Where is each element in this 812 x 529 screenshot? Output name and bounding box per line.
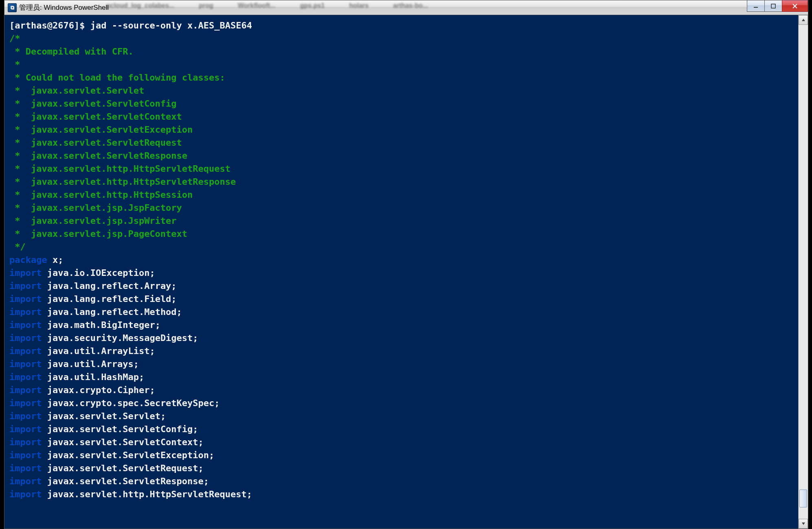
scroll-down-button[interactable]	[799, 519, 808, 529]
close-button[interactable]	[782, 0, 808, 12]
maximize-icon	[771, 4, 776, 9]
minimize-button[interactable]	[747, 0, 765, 12]
scroll-up-button[interactable]	[799, 15, 808, 25]
powershell-window: ⧉ 管理员: Windows PowerShell pcloud_log_col…	[4, 0, 808, 529]
background-taskbar-blur: pcloud_log_colabes... prog Workflooft...…	[106, 2, 428, 9]
scrollbar-thumb[interactable]	[799, 490, 807, 507]
terminal-area[interactable]: [arthas@2676]$ jad --source-only x.AES_B…	[4, 15, 808, 529]
vertical-scrollbar[interactable]	[798, 15, 808, 529]
chevron-up-icon	[801, 18, 805, 22]
powershell-icon: ⧉	[8, 3, 17, 12]
maximize-button[interactable]	[764, 0, 782, 12]
powershell-icon-glyph: ⧉	[11, 4, 14, 11]
chevron-down-icon	[801, 522, 805, 525]
window-controls	[747, 0, 808, 12]
minimize-icon	[753, 4, 758, 9]
close-icon	[792, 3, 798, 9]
svg-rect-1	[771, 4, 775, 8]
svg-rect-0	[754, 7, 758, 8]
scrollbar-track[interactable]	[799, 25, 808, 519]
terminal-output: [arthas@2676]$ jad --source-only x.AES_B…	[9, 19, 797, 528]
window-title: 管理员: Windows PowerShell	[19, 3, 109, 12]
titlebar[interactable]: ⧉ 管理员: Windows PowerShell pcloud_log_col…	[4, 0, 808, 15]
